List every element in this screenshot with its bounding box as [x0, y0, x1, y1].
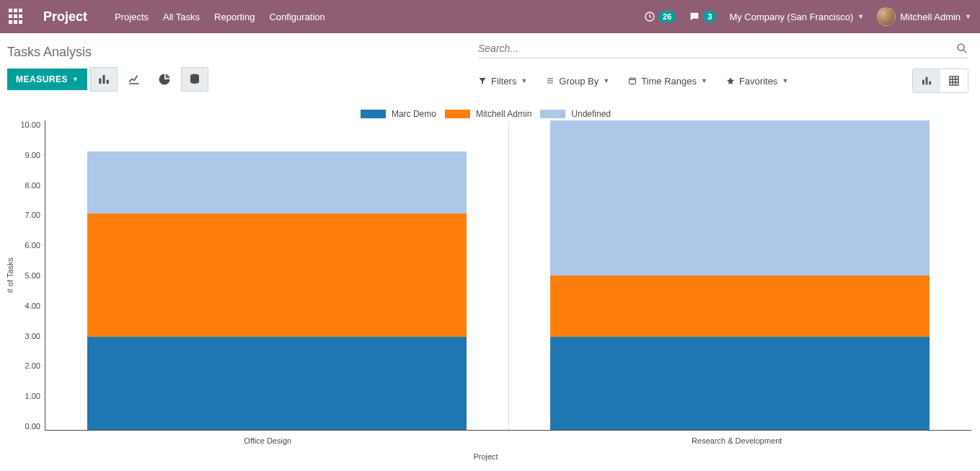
pie-chart-button[interactable] — [151, 67, 178, 92]
filters-dropdown[interactable]: Filters ▼ — [478, 69, 527, 93]
bar-chart-icon — [921, 75, 932, 87]
x-axis: Office DesignResearch & Development — [33, 431, 971, 445]
chevron-down-icon: ▼ — [782, 77, 788, 84]
chevron-down-icon: ▼ — [521, 77, 527, 84]
chevron-down-icon: ▼ — [965, 13, 971, 20]
discuss-button[interactable]: 3 — [689, 11, 716, 22]
nav-left: Project Projects All Tasks Reporting Con… — [9, 9, 325, 25]
chart-bar-segment[interactable] — [87, 337, 467, 430]
chart-bar-segment[interactable] — [550, 337, 930, 430]
bar-chart-button[interactable] — [90, 67, 118, 92]
svg-rect-2 — [103, 75, 105, 84]
stacked-button[interactable] — [181, 67, 208, 92]
search-icon[interactable] — [955, 42, 968, 55]
database-icon — [188, 73, 201, 86]
nav-configuration[interactable]: Configuration — [269, 12, 325, 22]
line-chart-button[interactable] — [120, 67, 148, 92]
y-axis: 10.009.008.007.006.005.004.003.002.001.0… — [16, 120, 45, 431]
chart-bar-segment[interactable] — [87, 151, 467, 214]
bar-chart-icon — [97, 73, 110, 86]
chart-bar-segment[interactable] — [550, 276, 930, 338]
legend-swatch — [540, 110, 565, 118]
activity-badge: 26 — [658, 11, 676, 22]
activity-button[interactable]: 26 — [644, 11, 676, 22]
legend-label: Mitchell Admin — [476, 109, 531, 119]
svg-rect-1 — [100, 79, 102, 84]
legend-swatch — [445, 110, 470, 118]
chart-bar-stack — [550, 120, 930, 430]
y-tick: 7.00 — [25, 211, 40, 219]
nav-all-tasks[interactable]: All Tasks — [163, 12, 200, 22]
favorites-label: Favorites — [739, 76, 777, 87]
y-tick: 6.00 — [25, 241, 40, 250]
chat-icon — [689, 11, 700, 22]
control-panel: Tasks Analysis MEASURES ▼ — [0, 33, 980, 99]
svg-rect-3 — [107, 80, 109, 84]
legend-item[interactable]: Mitchell Admin — [445, 109, 531, 119]
chart-container: Marc DemoMitchell AdminUndefined # of Ta… — [0, 99, 980, 467]
favorites-dropdown[interactable]: Favorites ▼ — [726, 69, 788, 93]
svg-point-5 — [958, 44, 964, 50]
user-name: Mitchell Admin — [900, 12, 961, 22]
y-tick: 10.00 — [20, 120, 40, 129]
x-tick: Research & Development — [503, 431, 972, 445]
chevron-down-icon: ▼ — [603, 77, 609, 84]
control-left: Tasks Analysis MEASURES ▼ — [7, 40, 208, 92]
y-tick: 3.00 — [25, 332, 40, 340]
y-tick: 5.00 — [25, 271, 40, 280]
user-menu[interactable]: Mitchell Admin ▼ — [877, 7, 971, 26]
chart-bar-segment[interactable] — [87, 214, 467, 338]
nav-right: 26 3 My Company (San Francisco) ▼ Mitche… — [644, 7, 971, 26]
view-switcher-wrap — [899, 69, 968, 93]
y-axis-title: # of Tasks — [4, 257, 16, 293]
filters-row: Filters ▼ Group By ▼ Time Ranges ▼ Favor… — [478, 58, 968, 99]
groupby-label: Group By — [559, 76, 599, 87]
chart-bar-stack — [87, 151, 467, 430]
clock-icon — [644, 11, 655, 22]
groupby-dropdown[interactable]: Group By ▼ — [546, 69, 609, 93]
control-right: Filters ▼ Group By ▼ Time Ranges ▼ Favor… — [478, 40, 968, 99]
funnel-icon — [478, 76, 487, 85]
y-tick: 4.00 — [25, 301, 40, 310]
chevron-down-icon: ▼ — [72, 76, 79, 83]
graph-view-button[interactable] — [913, 69, 940, 92]
y-tick: 2.00 — [25, 361, 40, 370]
discuss-badge: 3 — [703, 11, 716, 22]
chevron-down-icon: ▼ — [857, 13, 864, 20]
measures-label: MEASURES — [16, 74, 68, 84]
pie-chart-icon — [158, 73, 171, 86]
grid-icon — [948, 75, 960, 87]
page-title: Tasks Analysis — [7, 40, 208, 67]
company-name: My Company (San Francisco) — [729, 12, 853, 22]
legend-item[interactable]: Undefined — [540, 109, 611, 119]
nav-menu: Projects All Tasks Reporting Configurati… — [115, 12, 325, 22]
nav-reporting[interactable]: Reporting — [214, 12, 255, 22]
y-tick: 9.00 — [25, 151, 40, 159]
avatar — [877, 7, 896, 26]
y-tick: 8.00 — [25, 181, 40, 190]
star-icon — [726, 76, 735, 85]
line-chart-icon — [128, 73, 141, 86]
pivot-view-button[interactable] — [940, 69, 968, 92]
toolbar: MEASURES ▼ — [7, 67, 208, 92]
svg-rect-10 — [950, 76, 958, 85]
x-axis-title: Project — [0, 445, 971, 461]
app-brand[interactable]: Project — [43, 9, 87, 25]
chart-category — [45, 120, 508, 430]
apps-icon[interactable] — [9, 9, 25, 25]
chart-plot: # of Tasks 10.009.008.007.006.005.004.00… — [0, 120, 971, 431]
calendar-icon — [628, 76, 637, 85]
svg-rect-8 — [926, 77, 928, 85]
chart-bar-segment[interactable] — [550, 120, 930, 276]
search-bar — [478, 40, 968, 58]
nav-projects[interactable]: Projects — [115, 12, 149, 22]
legend-item[interactable]: Marc Demo — [361, 109, 436, 119]
measures-button[interactable]: MEASURES ▼ — [7, 69, 87, 90]
search-input[interactable] — [478, 43, 955, 54]
legend-label: Undefined — [571, 109, 611, 119]
filters-label: Filters — [491, 76, 516, 87]
list-icon — [546, 76, 555, 85]
company-selector[interactable]: My Company (San Francisco) ▼ — [729, 12, 864, 22]
timeranges-dropdown[interactable]: Time Ranges ▼ — [628, 69, 707, 93]
svg-rect-9 — [929, 82, 931, 85]
